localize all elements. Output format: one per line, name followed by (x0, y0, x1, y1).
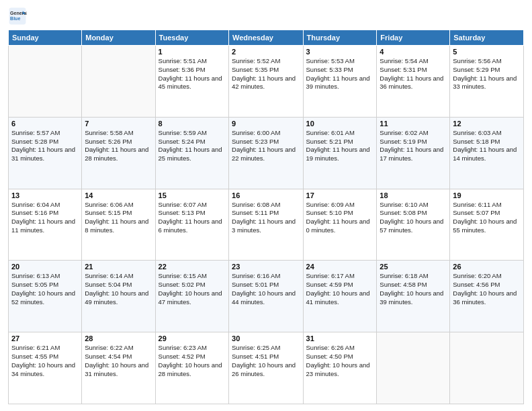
day-number: 29 (159, 334, 226, 342)
day-info: Sunrise: 5:57 AM Sunset: 5:28 PM Dayligh… (11, 129, 79, 163)
day-info: Sunrise: 6:25 AM Sunset: 4:51 PM Dayligh… (232, 344, 300, 378)
calendar: SundayMondayTuesdayWednesdayThursdayFrid… (8, 30, 524, 404)
day-cell: 9Sunrise: 6:00 AM Sunset: 5:23 PM Daylig… (229, 117, 304, 189)
day-info: Sunrise: 6:11 AM Sunset: 5:07 PM Dayligh… (453, 201, 521, 235)
day-number: 4 (380, 48, 447, 56)
day-number: 19 (453, 191, 521, 199)
weekday-header: SundayMondayTuesdayWednesdayThursdayFrid… (9, 30, 524, 46)
day-cell: 25Sunrise: 6:18 AM Sunset: 4:58 PM Dayli… (377, 261, 450, 332)
day-number: 18 (380, 191, 447, 199)
day-cell: 28Sunrise: 6:22 AM Sunset: 4:54 PM Dayli… (82, 332, 155, 404)
calendar-body: 1Sunrise: 5:51 AM Sunset: 5:36 PM Daylig… (9, 46, 524, 404)
weekday-tuesday: Tuesday (155, 30, 228, 46)
day-info: Sunrise: 6:22 AM Sunset: 4:54 PM Dayligh… (85, 344, 152, 378)
day-cell: 14Sunrise: 6:06 AM Sunset: 5:15 PM Dayli… (82, 189, 155, 261)
day-info: Sunrise: 5:51 AM Sunset: 5:36 PM Dayligh… (159, 57, 226, 91)
day-cell: 7Sunrise: 5:58 AM Sunset: 5:26 PM Daylig… (82, 117, 155, 189)
week-row-5: 27Sunrise: 6:21 AM Sunset: 4:55 PM Dayli… (9, 332, 524, 404)
day-number: 7 (85, 120, 152, 128)
day-info: Sunrise: 6:04 AM Sunset: 5:16 PM Dayligh… (11, 201, 79, 235)
day-cell (9, 46, 82, 118)
day-info: Sunrise: 5:53 AM Sunset: 5:33 PM Dayligh… (306, 57, 374, 91)
weekday-thursday: Thursday (303, 30, 377, 46)
week-row-3: 13Sunrise: 6:04 AM Sunset: 5:16 PM Dayli… (9, 189, 524, 261)
day-number: 9 (232, 120, 300, 128)
day-info: Sunrise: 5:54 AM Sunset: 5:31 PM Dayligh… (380, 57, 447, 91)
day-info: Sunrise: 6:15 AM Sunset: 5:02 PM Dayligh… (159, 272, 226, 306)
day-info: Sunrise: 6:26 AM Sunset: 4:50 PM Dayligh… (306, 344, 374, 378)
weekday-sunday: Sunday (9, 30, 82, 46)
day-number: 23 (232, 263, 300, 271)
day-number: 27 (11, 334, 79, 342)
day-info: Sunrise: 6:18 AM Sunset: 4:58 PM Dayligh… (380, 272, 447, 306)
day-number: 26 (453, 263, 521, 271)
day-cell (377, 332, 450, 404)
week-row-2: 6Sunrise: 5:57 AM Sunset: 5:28 PM Daylig… (9, 117, 524, 189)
day-cell: 15Sunrise: 6:07 AM Sunset: 5:13 PM Dayli… (155, 189, 228, 261)
day-info: Sunrise: 6:06 AM Sunset: 5:15 PM Dayligh… (85, 201, 152, 235)
day-cell: 16Sunrise: 6:08 AM Sunset: 5:11 PM Dayli… (229, 189, 304, 261)
day-cell: 12Sunrise: 6:03 AM Sunset: 5:18 PM Dayli… (450, 117, 524, 189)
day-info: Sunrise: 5:56 AM Sunset: 5:29 PM Dayligh… (453, 57, 521, 91)
day-cell: 20Sunrise: 6:13 AM Sunset: 5:05 PM Dayli… (9, 261, 82, 332)
day-info: Sunrise: 6:07 AM Sunset: 5:13 PM Dayligh… (159, 201, 226, 235)
day-info: Sunrise: 6:21 AM Sunset: 4:55 PM Dayligh… (11, 344, 79, 378)
day-cell: 10Sunrise: 6:01 AM Sunset: 5:21 PM Dayli… (303, 117, 377, 189)
day-number: 12 (453, 120, 521, 128)
day-number: 5 (453, 48, 521, 56)
day-number: 25 (380, 263, 447, 271)
day-cell: 26Sunrise: 6:20 AM Sunset: 4:56 PM Dayli… (450, 261, 524, 332)
day-cell: 3Sunrise: 5:53 AM Sunset: 5:33 PM Daylig… (303, 46, 377, 118)
day-cell: 31Sunrise: 6:26 AM Sunset: 4:50 PM Dayli… (303, 332, 377, 404)
weekday-saturday: Saturday (450, 30, 524, 46)
day-info: Sunrise: 6:10 AM Sunset: 5:08 PM Dayligh… (380, 201, 447, 235)
day-number: 28 (85, 334, 152, 342)
day-info: Sunrise: 6:13 AM Sunset: 5:05 PM Dayligh… (11, 272, 79, 306)
svg-text:Blue: Blue (10, 16, 20, 21)
day-info: Sunrise: 5:58 AM Sunset: 5:26 PM Dayligh… (85, 129, 152, 163)
day-cell: 6Sunrise: 5:57 AM Sunset: 5:28 PM Daylig… (9, 117, 82, 189)
day-number: 22 (159, 263, 226, 271)
day-cell: 1Sunrise: 5:51 AM Sunset: 5:36 PM Daylig… (155, 46, 228, 118)
day-cell: 24Sunrise: 6:17 AM Sunset: 4:59 PM Dayli… (303, 261, 377, 332)
day-cell: 8Sunrise: 5:59 AM Sunset: 5:24 PM Daylig… (155, 117, 228, 189)
day-cell: 13Sunrise: 6:04 AM Sunset: 5:16 PM Dayli… (9, 189, 82, 261)
day-info: Sunrise: 5:52 AM Sunset: 5:35 PM Dayligh… (232, 57, 300, 91)
day-info: Sunrise: 6:03 AM Sunset: 5:18 PM Dayligh… (453, 129, 521, 163)
day-info: Sunrise: 6:08 AM Sunset: 5:11 PM Dayligh… (232, 201, 300, 235)
weekday-monday: Monday (82, 30, 155, 46)
logo: General Blue (8, 7, 28, 26)
day-cell: 21Sunrise: 6:14 AM Sunset: 5:04 PM Dayli… (82, 261, 155, 332)
day-number: 31 (306, 334, 374, 342)
day-info: Sunrise: 6:23 AM Sunset: 4:52 PM Dayligh… (159, 344, 226, 378)
header: General Blue (8, 7, 524, 26)
day-number: 24 (306, 263, 374, 271)
day-cell: 27Sunrise: 6:21 AM Sunset: 4:55 PM Dayli… (9, 332, 82, 404)
weekday-friday: Friday (377, 30, 450, 46)
weekday-wednesday: Wednesday (229, 30, 304, 46)
day-number: 1 (159, 48, 226, 56)
day-cell: 4Sunrise: 5:54 AM Sunset: 5:31 PM Daylig… (377, 46, 450, 118)
day-info: Sunrise: 6:00 AM Sunset: 5:23 PM Dayligh… (232, 129, 300, 163)
day-number: 16 (232, 191, 300, 199)
day-number: 17 (306, 191, 374, 199)
day-cell: 22Sunrise: 6:15 AM Sunset: 5:02 PM Dayli… (155, 261, 228, 332)
day-cell: 23Sunrise: 6:16 AM Sunset: 5:01 PM Dayli… (229, 261, 304, 332)
day-info: Sunrise: 6:01 AM Sunset: 5:21 PM Dayligh… (306, 129, 374, 163)
week-row-1: 1Sunrise: 5:51 AM Sunset: 5:36 PM Daylig… (9, 46, 524, 118)
day-info: Sunrise: 6:20 AM Sunset: 4:56 PM Dayligh… (453, 272, 521, 306)
day-info: Sunrise: 5:59 AM Sunset: 5:24 PM Dayligh… (159, 129, 226, 163)
day-cell: 5Sunrise: 5:56 AM Sunset: 5:29 PM Daylig… (450, 46, 524, 118)
day-number: 3 (306, 48, 374, 56)
day-number: 14 (85, 191, 152, 199)
day-number: 21 (85, 263, 152, 271)
logo-icon: General Blue (8, 7, 27, 26)
day-cell: 19Sunrise: 6:11 AM Sunset: 5:07 PM Dayli… (450, 189, 524, 261)
day-number: 2 (232, 48, 300, 56)
day-number: 15 (159, 191, 226, 199)
day-info: Sunrise: 6:02 AM Sunset: 5:19 PM Dayligh… (380, 129, 447, 163)
day-number: 8 (159, 120, 226, 128)
day-number: 10 (306, 120, 374, 128)
day-number: 6 (11, 120, 79, 128)
day-info: Sunrise: 6:17 AM Sunset: 4:59 PM Dayligh… (306, 272, 374, 306)
